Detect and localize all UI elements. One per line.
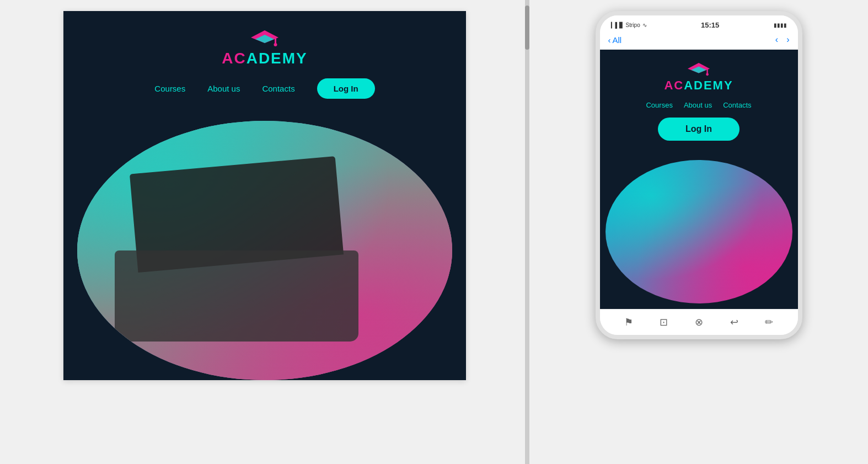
- phone-email-content: ACADEMY Courses About us Contacts Log In: [600, 50, 798, 309]
- back-page-icon[interactable]: ‹: [775, 35, 778, 45]
- scrollbar-thumb[interactable]: [525, 6, 529, 50]
- nav-area: Courses About us Contacts Log In: [154, 78, 374, 99]
- phone-graduation-cap-icon: [688, 61, 710, 76]
- phone-forward-back: ‹ ›: [775, 35, 790, 45]
- logo-ademy: ADEMY: [247, 50, 308, 67]
- phone-logo-text: ACADEMY: [664, 78, 733, 93]
- reply-icon[interactable]: ↩: [730, 316, 738, 328]
- phone-cap-icon: [688, 61, 710, 76]
- compose-icon[interactable]: ✏: [765, 316, 773, 328]
- phone-nav-links: Courses About us Contacts: [646, 101, 751, 109]
- phone-email-header: ACADEMY Courses About us Contacts Log In: [600, 50, 798, 154]
- wifi-icon: ∿: [642, 22, 647, 28]
- email-preview: ACADEMY Courses About us Contacts Log In: [63, 11, 466, 380]
- folder-icon[interactable]: ⊡: [660, 316, 668, 328]
- phone-time: 15:15: [701, 21, 719, 29]
- phone-logo-area: ACADEMY: [664, 61, 733, 93]
- svg-point-7: [706, 73, 709, 76]
- phone-battery: ▮▮▮▮: [774, 22, 787, 28]
- flag-icon[interactable]: ⚑: [624, 316, 633, 328]
- phone-hero-circle: [606, 160, 792, 303]
- scrollbar[interactable]: [525, 0, 529, 464]
- phone-bottom-bar: ⚑ ⊡ ⊗ ↩ ✏: [600, 309, 798, 335]
- login-button[interactable]: Log In: [317, 78, 375, 99]
- graduation-cap-icon: [251, 28, 278, 47]
- back-arrow-icon: ‹: [608, 35, 611, 45]
- nav-about-us[interactable]: About us: [207, 84, 240, 93]
- phone-frame: ▎▌▊ Stripo ∿ 15:15 ▮▮▮▮ ‹ All ‹ ›: [596, 11, 802, 339]
- forward-page-icon[interactable]: ›: [786, 35, 789, 45]
- trash-icon[interactable]: ⊗: [695, 316, 703, 328]
- phone-signal: ▎▌▊ Stripo ∿: [611, 22, 647, 28]
- phone-nav-contacts[interactable]: Contacts: [723, 101, 751, 109]
- stripo-label: Stripo: [626, 22, 640, 28]
- phone-nav-about-us[interactable]: About us: [684, 101, 712, 109]
- logo-cap: [251, 28, 278, 47]
- phone-nav-courses[interactable]: Courses: [646, 101, 672, 109]
- phone-back-nav[interactable]: ‹ All: [608, 35, 622, 45]
- email-header: ACADEMY Courses About us Contacts Log In: [63, 11, 466, 110]
- phone-logo-ac: AC: [664, 78, 684, 92]
- phone-status-bar: ▎▌▊ Stripo ∿ 15:15 ▮▮▮▮: [600, 15, 798, 32]
- hero-section: [63, 110, 466, 380]
- phone-logo-ademy: ADEMY: [684, 78, 733, 92]
- laptop-scene: [77, 121, 452, 380]
- logo-ac: AC: [222, 50, 246, 67]
- signal-bars: ▎▌▊: [611, 22, 624, 28]
- left-panel: ACADEMY Courses About us Contacts Log In: [0, 0, 529, 464]
- logo-text: ACADEMY: [222, 50, 308, 67]
- phone-login-button[interactable]: Log In: [658, 118, 740, 141]
- phone-hero-section: [600, 154, 798, 309]
- nav-contacts[interactable]: Contacts: [262, 84, 294, 93]
- svg-point-3: [274, 43, 277, 46]
- right-panel: ▎▌▊ Stripo ∿ 15:15 ▮▮▮▮ ‹ All ‹ ›: [529, 0, 868, 464]
- laptop-base-shape: [115, 250, 358, 342]
- logo-area: ACADEMY: [222, 28, 308, 67]
- phone-browser-nav: ‹ All ‹ ›: [600, 32, 798, 50]
- nav-courses[interactable]: Courses: [154, 84, 185, 93]
- nav-all-label: All: [613, 35, 622, 45]
- hero-circle: [77, 121, 452, 380]
